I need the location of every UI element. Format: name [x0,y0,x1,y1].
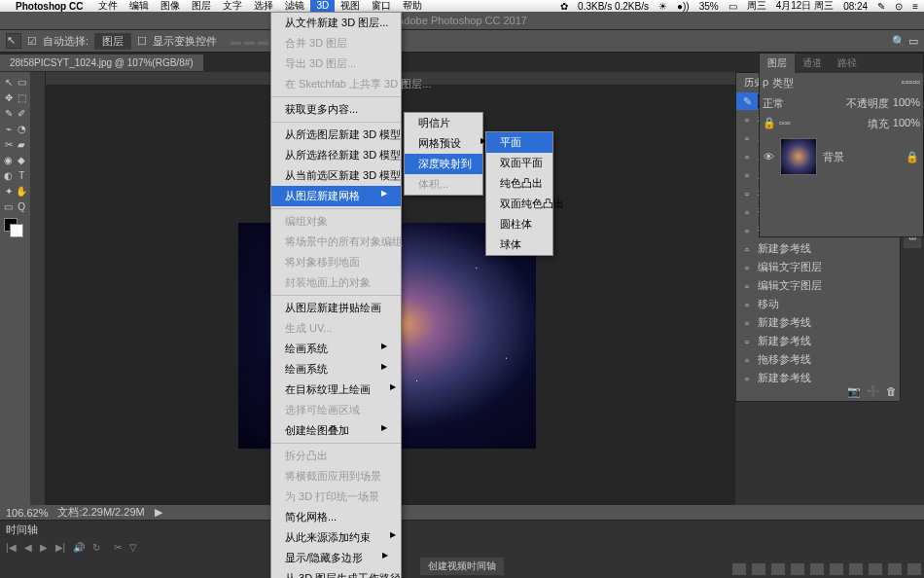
layer-thumbnail[interactable] [780,138,817,175]
tool-button[interactable]: ⌁ [2,121,16,136]
menu-item[interactable]: 从所选图层新建 3D 模型 [271,125,401,145]
tool-button[interactable]: ✐ [16,105,29,121]
menu-item[interactable]: 编组对象 [271,211,401,232]
menu-item[interactable]: 从当前选区新建 3D 模型 [271,165,401,186]
tool-button[interactable]: ▭ [16,74,29,90]
menu-帮助[interactable]: 帮助 [403,0,422,11]
menu-文件[interactable]: 文件 [98,0,118,11]
next-frame-icon[interactable]: ▶| [55,542,66,553]
menu-item[interactable]: 将横截面应用到场景 [271,466,401,487]
menu-item[interactable]: 为 3D 打印统一场景 [271,487,401,507]
menu-item[interactable]: 绘画系统 [271,359,401,379]
menu-item[interactable]: 平面 [486,132,552,153]
menu-item[interactable]: 导出 3D 图层... [271,54,401,74]
tool-button[interactable]: ⬚ [16,90,29,105]
history-step[interactable]: ▫移动 [736,295,900,313]
tool-button[interactable]: ✥ [2,90,16,105]
bg-color[interactable] [10,224,23,237]
history-step[interactable]: ▫拖移参考线 [736,350,900,369]
menu-item[interactable]: 从文件新建 3D 图层... [271,13,401,33]
tool-button[interactable]: ✋ [16,183,29,199]
tool-button[interactable]: ✦ [2,183,16,199]
tool-button[interactable]: ✂ [2,136,16,152]
menu-item[interactable]: 圆柱体 [486,214,552,235]
menu-item[interactable]: 拆分凸出 [271,446,401,466]
menu-item[interactable]: 从 3D 图层生成工作路径 [271,568,401,578]
play-icon[interactable]: ▶ [40,542,48,553]
menu-item[interactable]: 体积... [405,174,482,195]
menu-item[interactable]: 选择可绘画区域 [271,400,401,420]
tool-button[interactable]: ◉ [2,152,16,167]
channels-tab[interactable]: 通道 [795,54,830,73]
eye-icon[interactable]: 👁 [764,151,774,163]
tool-button[interactable]: ↖ [2,74,16,90]
menu-item[interactable]: 合并 3D 图层 [271,33,401,54]
menu-item[interactable]: 纯色凸出 [486,173,552,194]
trash-icon[interactable]: 🗑 [886,385,897,398]
menu-item[interactable]: 创建绘图叠加 [271,420,401,441]
tool-button[interactable]: ▭ [2,199,16,214]
history-step[interactable]: ▫新建参考线 [736,369,900,382]
history-step[interactable]: ▫新建参考线 [736,332,900,350]
layers-tab[interactable]: 图层 [760,54,795,73]
transition-icon[interactable]: ▽ [129,542,137,553]
layer-dropdown[interactable]: 图层 [94,33,131,50]
menu-item[interactable]: 从图层新建拼贴绘画 [271,298,401,318]
paths-tab[interactable]: 路径 [830,54,865,73]
menu-item[interactable]: 将场景中的所有对象编组 [271,232,401,252]
tool-button[interactable]: ◔ [16,121,29,136]
menu-item[interactable]: 在目标纹理上绘画 [271,379,401,400]
menu-3D[interactable]: 3D [310,0,335,12]
loop-icon[interactable]: ↻ [92,542,100,553]
menu-item[interactable]: 将对象移到地面 [271,252,401,272]
layer-name[interactable]: 背景 [823,150,844,164]
tool-button[interactable]: ◐ [2,167,16,183]
menu-item[interactable]: 球体 [486,235,552,255]
menu-item[interactable]: 从所选路径新建 3D 模型 [271,145,401,165]
history-step[interactable]: ▫编辑文字图层 [736,258,900,276]
app-name[interactable]: Photoshop CC [16,1,83,12]
audio-icon[interactable]: 🔊 [73,542,85,553]
tool-button[interactable]: ◆ [16,152,29,167]
menu-item[interactable]: 简化网格... [271,507,401,527]
cut-icon[interactable]: ✂ [114,542,122,553]
menu-item[interactable]: 生成 UV... [271,318,401,339]
timeline-title[interactable]: 时间轴 [6,523,38,537]
history-step[interactable]: ▫新建参考线 [736,313,900,332]
menu-item[interactable]: 双面平面 [486,153,552,173]
menu-item[interactable]: 从图层新建网格 [271,186,401,206]
history-step[interactable]: ▫编辑文字图层 [736,276,900,295]
history-step[interactable]: ▫新建参考线 [736,239,900,258]
first-frame-icon[interactable]: |◀ [6,542,17,553]
snapshot-icon[interactable]: 📷 [847,385,861,398]
zoom-level[interactable]: 106.62% [6,507,48,519]
menu-item[interactable]: 获取更多内容... [271,99,401,120]
new-icon[interactable]: ➕ [867,385,880,398]
menu-图层[interactable]: 图层 [192,0,211,11]
bottom-icon[interactable] [732,563,746,575]
tool-button[interactable]: ✎ [2,105,16,121]
menu-item[interactable]: 深度映射到 [405,154,482,174]
layer-row[interactable]: 👁 背景 🔒 [760,134,923,179]
menu-编辑[interactable]: 编辑 [129,0,149,11]
menu-item[interactable]: 双面纯色凸出 [486,194,552,214]
prev-frame-icon[interactable]: ◀ [24,542,32,553]
tool-button[interactable]: T [16,167,29,183]
menu-文字[interactable]: 文字 [223,0,242,11]
menu-item[interactable]: 从此来源添加约束 [271,527,401,548]
menu-item[interactable]: 在 Sketchfab 上共享 3D 图层... [271,74,401,94]
menu-选择[interactable]: 选择 [254,0,273,11]
menu-滤镜[interactable]: 滤镜 [285,0,304,11]
menu-窗口[interactable]: 窗口 [372,0,391,11]
menu-item[interactable]: 封装地面上的对象 [271,272,401,293]
tool-button[interactable]: Q [16,199,29,214]
menu-视图[interactable]: 视图 [340,0,360,11]
menu-item[interactable]: 网格预设 [405,133,482,154]
document-tab[interactable]: 28t58PICSYT_1024.jpg @ 107%(RGB/8#) [0,54,203,71]
menu-item[interactable]: 绘画系统 [271,339,401,359]
create-timeline-button[interactable]: 创建视频时间轴 [419,557,505,576]
menu-item[interactable]: 明信片 [405,113,482,133]
menu-item[interactable]: 显示/隐藏多边形 [271,548,401,568]
tool-button[interactable]: ▰ [16,136,29,152]
menu-图像[interactable]: 图像 [160,0,180,11]
